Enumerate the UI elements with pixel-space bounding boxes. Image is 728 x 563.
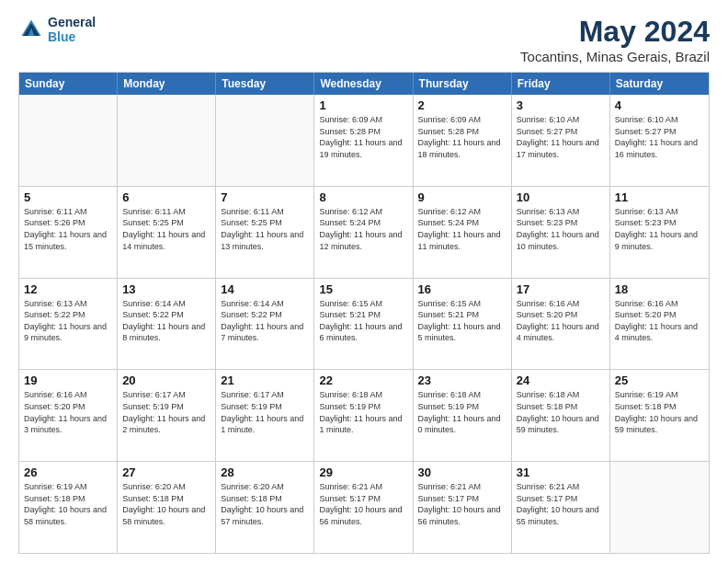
calendar-body: 1Sunrise: 6:09 AM Sunset: 5:28 PM Daylig… [19, 95, 709, 553]
day-cell-16: 16Sunrise: 6:15 AM Sunset: 5:21 PM Dayli… [414, 279, 512, 370]
day-info: Sunrise: 6:16 AM Sunset: 5:20 PM Dayligh… [24, 389, 112, 435]
header-day-friday: Friday [512, 73, 610, 95]
main-title: May 2024 [520, 15, 710, 49]
day-cell-1: 1Sunrise: 6:09 AM Sunset: 5:28 PM Daylig… [314, 95, 413, 186]
day-info: Sunrise: 6:19 AM Sunset: 5:18 PM Dayligh… [615, 389, 704, 435]
day-number: 16 [418, 282, 506, 296]
day-cell-20: 20Sunrise: 6:17 AM Sunset: 5:19 PM Dayli… [118, 370, 216, 461]
day-cell-24: 24Sunrise: 6:18 AM Sunset: 5:18 PM Dayli… [512, 370, 610, 461]
day-info: Sunrise: 6:13 AM Sunset: 5:23 PM Dayligh… [517, 206, 605, 252]
day-number: 24 [517, 373, 605, 387]
day-info: Sunrise: 6:21 AM Sunset: 5:17 PM Dayligh… [517, 481, 605, 527]
day-number: 11 [615, 190, 704, 204]
day-info: Sunrise: 6:12 AM Sunset: 5:24 PM Dayligh… [418, 206, 506, 252]
page: General Blue May 2024 Tocantins, Minas G… [0, 0, 728, 563]
day-number: 30 [418, 465, 506, 479]
day-cell-4: 4Sunrise: 6:10 AM Sunset: 5:27 PM Daylig… [610, 95, 709, 186]
day-cell-3: 3Sunrise: 6:10 AM Sunset: 5:27 PM Daylig… [512, 95, 610, 186]
day-number: 26 [24, 465, 112, 479]
day-number: 2 [418, 98, 506, 112]
day-number: 18 [615, 282, 704, 296]
day-number: 4 [615, 98, 704, 112]
day-info: Sunrise: 6:18 AM Sunset: 5:19 PM Dayligh… [418, 389, 506, 435]
day-number: 23 [418, 373, 506, 387]
day-cell-5: 5Sunrise: 6:11 AM Sunset: 5:26 PM Daylig… [19, 187, 118, 278]
day-info: Sunrise: 6:11 AM Sunset: 5:25 PM Dayligh… [122, 206, 210, 252]
day-number: 22 [319, 373, 407, 387]
day-number: 3 [517, 98, 605, 112]
day-info: Sunrise: 6:09 AM Sunset: 5:28 PM Dayligh… [418, 114, 506, 160]
day-cell-7: 7Sunrise: 6:11 AM Sunset: 5:25 PM Daylig… [216, 187, 314, 278]
day-number: 6 [122, 190, 210, 204]
header-day-sunday: Sunday [19, 73, 118, 95]
day-number: 9 [418, 190, 506, 204]
day-info: Sunrise: 6:13 AM Sunset: 5:23 PM Dayligh… [615, 206, 704, 252]
day-cell-31: 31Sunrise: 6:21 AM Sunset: 5:17 PM Dayli… [512, 462, 610, 553]
day-info: Sunrise: 6:21 AM Sunset: 5:17 PM Dayligh… [418, 481, 506, 527]
day-info: Sunrise: 6:21 AM Sunset: 5:17 PM Dayligh… [319, 481, 407, 527]
day-cell-2: 2Sunrise: 6:09 AM Sunset: 5:28 PM Daylig… [414, 95, 512, 186]
day-cell-28: 28Sunrise: 6:20 AM Sunset: 5:18 PM Dayli… [216, 462, 314, 553]
day-number: 8 [319, 190, 407, 204]
day-info: Sunrise: 6:13 AM Sunset: 5:22 PM Dayligh… [24, 298, 112, 344]
week-row-2: 5Sunrise: 6:11 AM Sunset: 5:26 PM Daylig… [19, 186, 709, 278]
day-info: Sunrise: 6:16 AM Sunset: 5:20 PM Dayligh… [517, 298, 605, 344]
day-cell-8: 8Sunrise: 6:12 AM Sunset: 5:24 PM Daylig… [314, 187, 413, 278]
header-day-saturday: Saturday [610, 73, 709, 95]
day-number: 27 [122, 465, 210, 479]
day-cell-23: 23Sunrise: 6:18 AM Sunset: 5:19 PM Dayli… [414, 370, 512, 461]
day-info: Sunrise: 6:15 AM Sunset: 5:21 PM Dayligh… [319, 298, 407, 344]
week-row-3: 12Sunrise: 6:13 AM Sunset: 5:22 PM Dayli… [19, 278, 709, 370]
day-cell-29: 29Sunrise: 6:21 AM Sunset: 5:17 PM Dayli… [314, 462, 413, 553]
day-number: 1 [319, 98, 407, 112]
day-info: Sunrise: 6:09 AM Sunset: 5:28 PM Dayligh… [319, 114, 407, 160]
day-info: Sunrise: 6:11 AM Sunset: 5:25 PM Dayligh… [221, 206, 309, 252]
day-cell-13: 13Sunrise: 6:14 AM Sunset: 5:22 PM Dayli… [118, 279, 216, 370]
day-info: Sunrise: 6:19 AM Sunset: 5:18 PM Dayligh… [24, 481, 112, 527]
day-cell-30: 30Sunrise: 6:21 AM Sunset: 5:17 PM Dayli… [414, 462, 512, 553]
day-number: 31 [517, 465, 605, 479]
day-info: Sunrise: 6:16 AM Sunset: 5:20 PM Dayligh… [615, 298, 704, 344]
header-day-tuesday: Tuesday [216, 73, 314, 95]
empty-cell [19, 95, 118, 186]
day-number: 17 [517, 282, 605, 296]
header-day-thursday: Thursday [414, 73, 512, 95]
day-number: 15 [319, 282, 407, 296]
logo-text: General Blue [48, 15, 96, 44]
day-number: 10 [517, 190, 605, 204]
day-number: 25 [615, 373, 704, 387]
day-number: 28 [221, 465, 309, 479]
header-day-wednesday: Wednesday [314, 73, 413, 95]
week-row-1: 1Sunrise: 6:09 AM Sunset: 5:28 PM Daylig… [19, 95, 709, 186]
day-info: Sunrise: 6:17 AM Sunset: 5:19 PM Dayligh… [221, 389, 309, 435]
day-info: Sunrise: 6:15 AM Sunset: 5:21 PM Dayligh… [418, 298, 506, 344]
title-block: May 2024 Tocantins, Minas Gerais, Brazil [520, 15, 710, 64]
day-info: Sunrise: 6:14 AM Sunset: 5:22 PM Dayligh… [221, 298, 309, 344]
day-cell-18: 18Sunrise: 6:16 AM Sunset: 5:20 PM Dayli… [610, 279, 709, 370]
empty-cell [610, 462, 709, 553]
day-info: Sunrise: 6:11 AM Sunset: 5:26 PM Dayligh… [24, 206, 112, 252]
calendar-header: SundayMondayTuesdayWednesdayThursdayFrid… [19, 73, 709, 95]
day-number: 7 [221, 190, 309, 204]
day-cell-14: 14Sunrise: 6:14 AM Sunset: 5:22 PM Dayli… [216, 279, 314, 370]
day-number: 20 [122, 373, 210, 387]
day-info: Sunrise: 6:10 AM Sunset: 5:27 PM Dayligh… [615, 114, 704, 160]
day-cell-17: 17Sunrise: 6:16 AM Sunset: 5:20 PM Dayli… [512, 279, 610, 370]
day-info: Sunrise: 6:12 AM Sunset: 5:24 PM Dayligh… [319, 206, 407, 252]
day-cell-11: 11Sunrise: 6:13 AM Sunset: 5:23 PM Dayli… [610, 187, 709, 278]
day-info: Sunrise: 6:17 AM Sunset: 5:19 PM Dayligh… [122, 389, 210, 435]
day-info: Sunrise: 6:20 AM Sunset: 5:18 PM Dayligh… [122, 481, 210, 527]
day-info: Sunrise: 6:10 AM Sunset: 5:27 PM Dayligh… [517, 114, 605, 160]
day-number: 12 [24, 282, 112, 296]
day-number: 21 [221, 373, 309, 387]
header: General Blue May 2024 Tocantins, Minas G… [18, 15, 710, 64]
header-day-monday: Monday [118, 73, 216, 95]
empty-cell [118, 95, 216, 186]
week-row-5: 26Sunrise: 6:19 AM Sunset: 5:18 PM Dayli… [19, 461, 709, 553]
subtitle: Tocantins, Minas Gerais, Brazil [520, 49, 710, 64]
calendar: SundayMondayTuesdayWednesdayThursdayFrid… [18, 72, 710, 554]
day-number: 13 [122, 282, 210, 296]
empty-cell [216, 95, 314, 186]
logo-icon [18, 17, 44, 42]
day-info: Sunrise: 6:20 AM Sunset: 5:18 PM Dayligh… [221, 481, 309, 527]
